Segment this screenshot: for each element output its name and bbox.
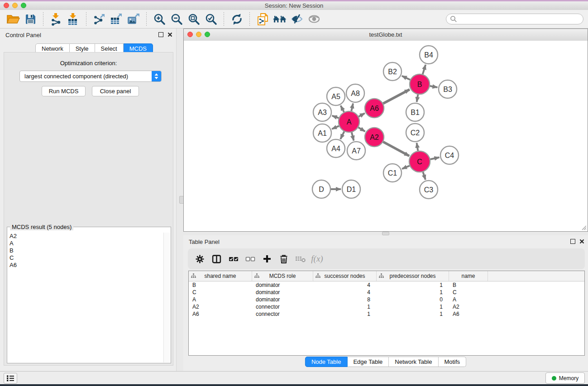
table-cell[interactable]: A [189,296,252,303]
table-row[interactable]: Bdominator41B [189,281,584,289]
graph-edge-A6-B[interactable] [383,90,409,104]
graph-edge-B-B4[interactable] [423,65,425,74]
graph-edge-C-C4[interactable] [430,157,439,159]
result-item[interactable]: B [8,247,163,254]
network-canvas[interactable]: B4B2BB3A8A5A6A3B1AC2A1A2A4A7C4CC1DD1C3 [184,41,588,231]
hide-details-icon[interactable] [288,11,306,27]
tab-motifs[interactable]: Motifs [438,357,466,367]
table-cell[interactable]: A [449,296,488,303]
open-session-icon[interactable] [5,11,22,27]
table-cell[interactable]: A6 [449,310,488,318]
table-row[interactable]: Adominator80A [189,296,584,303]
table-cell[interactable]: 0 [377,296,449,303]
graph-edge-C-C1[interactable] [402,166,410,169]
table-cell[interactable]: C [189,289,252,296]
table-cell[interactable]: connector [252,310,313,318]
export-image-icon[interactable] [125,11,142,27]
column-header-shared-name[interactable]: shared name [189,271,252,281]
home-icon[interactable] [271,11,288,27]
zoom-in-icon[interactable] [151,11,168,27]
import-table-icon[interactable] [65,11,82,27]
graph-edge-A-A2[interactable] [359,127,365,131]
graph-edge-A-A7[interactable] [352,132,354,140]
graph-edge-C-C2[interactable] [417,143,418,151]
close-panel-button[interactable]: Close panel [92,86,139,96]
delete-column-icon[interactable] [275,251,292,267]
table-cell[interactable]: 1 [377,281,449,289]
control-panel-float-icon[interactable] [158,32,163,37]
table-cell[interactable]: dominator [252,289,313,296]
table-cell[interactable]: connector [252,303,313,310]
search-field[interactable] [446,14,583,24]
column-header-predecessor-nodes[interactable]: predecessor nodes [377,271,449,281]
graph-edge-B-B1[interactable] [417,95,418,102]
resize-grip-icon[interactable] [580,224,587,230]
table-cell[interactable]: 1 [313,310,377,318]
graph-edge-A-A4[interactable] [340,132,344,139]
column-header-mcds-role[interactable]: MCDS role [252,271,313,281]
app-window-title: Session: New Session [0,2,588,9]
graph-edge-B-B2[interactable] [402,76,410,80]
split-view-icon[interactable] [208,251,225,267]
table-cell[interactable]: A6 [189,310,252,318]
graph-edge-B-B3[interactable] [430,86,438,87]
result-item[interactable]: A2 [8,233,163,240]
zoom-selected-icon[interactable] [202,11,220,27]
table-cell[interactable]: dominator [252,296,313,303]
zoom-out-icon[interactable] [168,11,185,27]
column-header-successor-nodes[interactable]: successor nodes [313,271,377,281]
zoom-fit-icon[interactable] [185,11,202,27]
result-item[interactable]: A6 [8,262,163,269]
table-cell[interactable]: C [449,289,488,296]
memory-button[interactable]: Memory [545,372,585,384]
table-cell[interactable]: 4 [313,289,377,296]
graph-edge-A-A6[interactable] [359,113,365,116]
tab-edge-table[interactable]: Edge Table [347,357,389,367]
table-cell[interactable]: B [449,281,488,289]
network-document-icon[interactable] [254,11,271,27]
run-mcds-button[interactable]: Run MCDS [42,86,86,96]
table-cell[interactable]: A2 [189,303,252,310]
result-list-scrollbar[interactable] [163,233,170,362]
refresh-icon[interactable] [228,11,245,27]
graph-edge-A-A1[interactable] [332,126,339,129]
tab-network-table[interactable]: Network Table [389,357,438,367]
graph-edge-A-A8[interactable] [351,103,353,111]
table-panel-close-icon[interactable] [579,239,584,244]
table-cell[interactable]: 1 [377,303,449,310]
column-header-name[interactable]: name [449,271,488,281]
table-cell[interactable]: 8 [313,296,377,303]
table-cell[interactable]: dominator [252,281,313,289]
save-session-icon[interactable] [22,11,39,27]
deselect-all-icon[interactable] [242,251,258,267]
select-all-icon[interactable] [225,251,242,267]
graph-edge-A-A5[interactable] [341,105,344,112]
table-panel-float-icon[interactable] [570,239,575,244]
table-row[interactable]: A2connector11A2 [189,303,584,310]
table-cell[interactable]: 4 [313,281,377,289]
table-row[interactable]: A6connector11A6 [189,310,584,318]
import-network-icon[interactable] [48,11,65,27]
horizontal-splitter-handle[interactable] [382,232,389,235]
export-table-icon[interactable] [108,11,125,27]
add-column-icon[interactable] [258,251,275,267]
export-network-icon[interactable] [91,11,108,27]
table-cell[interactable]: 1 [377,310,449,318]
show-details-icon[interactable] [306,11,323,27]
settings-gear-icon[interactable] [191,251,208,267]
table-cell[interactable]: A2 [449,303,488,310]
table-cell[interactable]: 1 [377,289,449,296]
result-item[interactable]: A [8,240,163,247]
graph-edge-A-A3[interactable] [332,116,339,118]
graph-edge-A2-C[interactable] [383,142,409,156]
table-row[interactable]: Cdominator41C [189,289,584,296]
table-cell[interactable]: B [189,281,252,289]
result-item[interactable]: C [8,254,163,262]
table-cell[interactable]: 1 [313,303,377,310]
graph-edge-C-C3[interactable] [423,172,425,180]
show-panels-button[interactable] [4,373,17,384]
search-input[interactable] [459,15,583,23]
tab-node-table[interactable]: Node Table [305,357,348,367]
control-panel-close-icon[interactable] [167,32,172,37]
criterion-dropdown[interactable]: largest connected component (directed) [19,71,162,82]
